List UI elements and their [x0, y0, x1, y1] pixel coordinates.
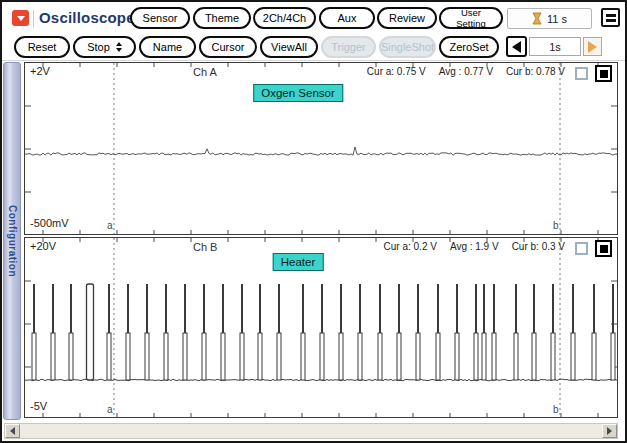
- name-button[interactable]: Name: [139, 36, 196, 58]
- elapsed-time-display: 11 s: [507, 8, 592, 29]
- singleshot-button: SingleShot: [379, 36, 436, 58]
- timebase-display: 1s: [529, 37, 581, 56]
- channel-b-sensor-tag: Heater: [273, 253, 324, 271]
- cursor-button[interactable]: Cursor: [199, 36, 257, 58]
- filled-square-icon: [600, 245, 608, 253]
- aux-button[interactable]: Aux: [319, 7, 375, 29]
- channel-b-cursor-b-readout: Cur b: 0.3 V: [512, 241, 565, 252]
- channel-a-display-toggle[interactable]: [595, 65, 612, 82]
- right-arrow-icon: [588, 41, 597, 53]
- horizontal-scrollbar[interactable]: [4, 423, 618, 439]
- right-arrow-icon: [607, 427, 612, 435]
- channel-b-range-top: +20V: [30, 240, 56, 252]
- app-menu-button[interactable]: [12, 10, 29, 26]
- zeroset-button[interactable]: ZeroSet: [439, 36, 499, 58]
- stop-label: Stop: [87, 41, 110, 53]
- viewall-button[interactable]: ViewAll: [260, 36, 318, 58]
- channel-a-panel: +2V Ch A Oxgen Sensor Cur a: 0.75 V Avg …: [24, 62, 618, 235]
- oscilloscope-window: Oscilloscope Sensor Theme 2Ch/4Ch Aux Re…: [0, 0, 627, 443]
- sensor-button[interactable]: Sensor: [130, 7, 190, 29]
- elapsed-time-value: 11 s: [547, 13, 567, 25]
- channel-b-name: Ch B: [193, 241, 217, 253]
- stop-select[interactable]: Stop: [73, 36, 136, 58]
- cursor-a-label: a: [107, 220, 113, 231]
- timebase-forward-button[interactable]: [583, 37, 602, 56]
- channel-b-readouts: Cur a: 0.2 V Avg : 1.9 V Cur b: 0.3 V: [384, 241, 565, 252]
- channel-b-range-bottom: -5V: [30, 400, 47, 412]
- channel-mode-button[interactable]: 2Ch/4Ch: [253, 7, 316, 29]
- title-separator: [33, 10, 34, 27]
- reset-button[interactable]: Reset: [14, 36, 70, 58]
- channel-a-checkbox[interactable]: [575, 67, 588, 80]
- left-arrow-icon: [10, 427, 15, 435]
- review-button[interactable]: Review: [377, 7, 437, 29]
- scroll-right-button[interactable]: [602, 424, 617, 438]
- channel-a-range-bottom: -500mV: [30, 217, 69, 229]
- channel-a-range-top: +2V: [30, 65, 50, 77]
- hamburger-icon: [606, 19, 616, 22]
- left-arrow-icon: [512, 41, 521, 53]
- cursor-b-label: b: [553, 404, 559, 415]
- theme-button[interactable]: Theme: [193, 7, 251, 29]
- scroll-left-button[interactable]: [5, 424, 20, 438]
- channel-b-panel: +20V Ch B Heater Cur a: 0.2 V Avg : 1.9 …: [24, 237, 618, 418]
- cursor-b-label: b: [553, 220, 559, 231]
- channel-a-sensor-tag: Oxgen Sensor: [253, 84, 343, 102]
- configuration-panel-tab[interactable]: Configuration: [3, 62, 21, 420]
- configuration-label: Configuration: [7, 205, 18, 277]
- main-menu-button[interactable]: [601, 8, 620, 27]
- channel-a-cursor-a-readout: Cur a: 0.75 V: [367, 66, 426, 77]
- user-setting-button[interactable]: User Setting: [439, 7, 503, 29]
- cursor-a-label: a: [107, 404, 113, 415]
- hamburger-icon: [606, 14, 616, 17]
- red-dropdown-icon: [17, 16, 25, 21]
- channel-b-display-toggle[interactable]: [595, 240, 612, 257]
- channel-a-cursor-b-readout: Cur b: 0.78 V: [506, 66, 565, 77]
- trigger-button: Trigger: [321, 36, 376, 58]
- channel-a-avg-readout: Avg : 0.77 V: [439, 66, 493, 77]
- channel-b-avg-readout: Avg : 1.9 V: [450, 241, 499, 252]
- app-title: Oscilloscope: [39, 9, 135, 26]
- toolbar-divider: [2, 60, 625, 61]
- channel-a-name: Ch A: [193, 66, 217, 78]
- hourglass-icon: [532, 12, 542, 25]
- up-down-spinner-icon: [116, 42, 122, 52]
- channel-a-readouts: Cur a: 0.75 V Avg : 0.77 V Cur b: 0.78 V: [367, 66, 565, 77]
- timebase-back-button[interactable]: [506, 36, 527, 57]
- filled-square-icon: [600, 70, 608, 78]
- channel-b-cursor-a-readout: Cur a: 0.2 V: [384, 241, 437, 252]
- channel-b-checkbox[interactable]: [575, 242, 588, 255]
